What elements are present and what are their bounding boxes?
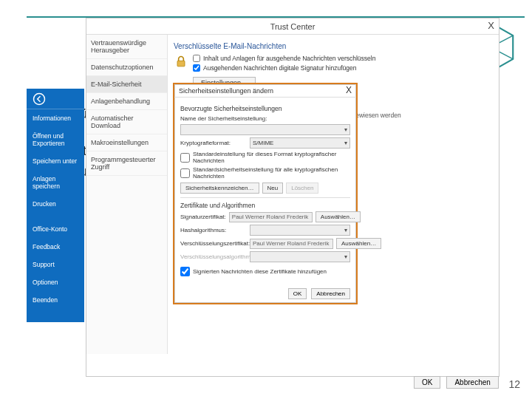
bs-item-exit[interactable]: Beenden <box>27 291 84 309</box>
chk-default-format[interactable]: Standardeinstellung für dieses Format kr… <box>180 151 350 164</box>
chk-encrypt-outgoing[interactable]: Inhalt und Anlagen für ausgehende Nachri… <box>193 55 375 62</box>
ss-name-select[interactable]: ▾ <box>180 124 350 135</box>
security-settings-title: Sicherheitseinstellungen ändern <box>179 87 273 95</box>
chk-sign-outgoing-label: Ausgehenden Nachrichten digitale Signatu… <box>203 64 356 72</box>
bs-item-open-export[interactable]: Öffnen und Exportieren <box>27 127 84 152</box>
tc-nav-email-security[interactable]: E-Mail-Sicherheit <box>86 76 167 93</box>
ss-enccert-label: Verschlüsselungszertifikat: <box>180 240 247 247</box>
security-settings-titlebar: Sicherheitseinstellungen ändern X <box>174 84 356 98</box>
chevron-down-icon: ▾ <box>344 140 347 146</box>
chk-sign-outgoing[interactable]: Ausgehenden Nachrichten digitale Signatu… <box>193 64 375 72</box>
bs-item-account[interactable]: Office-Konto <box>27 220 84 238</box>
svg-rect-5 <box>177 61 185 66</box>
page-number: 12 <box>508 378 520 390</box>
btn-delete: Löschen <box>286 183 318 194</box>
tc-nav-attachments[interactable]: Anlagenbehandlung <box>86 93 167 110</box>
chk-encrypt-outgoing-label: Inhalt und Anlagen für ausgehende Nachri… <box>203 55 375 62</box>
ss-hash-select[interactable]: ▾ <box>250 225 350 236</box>
chevron-down-icon: ▾ <box>344 126 347 133</box>
tc-nav-privacy[interactable]: Datenschutzoptionen <box>86 59 167 76</box>
bs-item-support[interactable]: Support <box>27 256 84 273</box>
close-icon[interactable]: X <box>346 85 352 95</box>
ss-sigcert-value <box>229 212 313 222</box>
bs-item-feedback[interactable]: Feedback <box>27 238 84 256</box>
tc-ok-button[interactable]: OK <box>414 376 440 389</box>
ss-sigcert-label: Signaturzertifikat: <box>180 214 226 220</box>
chk-send-certs-label: Signierten Nachrichten diese Zertifikate… <box>193 268 327 275</box>
btn-choose-enccert[interactable]: Auswählen… <box>336 238 381 249</box>
bs-item-print[interactable]: Drucken <box>27 195 84 213</box>
ss-cancel-button[interactable]: Abbrechen <box>311 288 350 299</box>
tc-nav-trusted-publishers[interactable]: Vertrauenswürdige Herausgeber <box>86 35 167 59</box>
bs-item-save-attachments[interactable]: Anlagen speichern <box>27 170 84 195</box>
ss-encalg-select: ▾ <box>250 251 350 262</box>
trust-center-titlebar: Trust Center X <box>86 18 499 35</box>
chevron-down-icon: ▾ <box>344 253 347 260</box>
bs-item-info[interactable]: Informationen <box>27 109 84 127</box>
tc-nav-auto-download[interactable]: Automatischer Download <box>86 110 167 134</box>
ss-cert-header: Zertifikate und Algorithmen <box>180 202 350 209</box>
tc-cancel-button[interactable]: Abbrechen <box>446 376 498 389</box>
bs-item-save-as[interactable]: Speichern unter <box>27 152 84 170</box>
chk-default-all[interactable]: Standardsicherheitseinstellung für alle … <box>180 166 350 180</box>
ss-crypto-select[interactable]: S/MIME ▾ <box>250 137 350 149</box>
tc-nav-programmatic[interactable]: Programmgesteuerter Zugriff <box>86 151 167 176</box>
ss-name-label: Name der Sicherheitseinstellung: <box>180 115 350 122</box>
security-settings-dialog: Sicherheitseinstellungen ändern X Bevorz… <box>173 83 358 304</box>
lock-icon <box>174 55 188 69</box>
close-icon[interactable]: X <box>488 20 494 31</box>
chk-default-all-label: Standardsicherheitseinstellung für alle … <box>193 166 350 180</box>
ss-hash-label: Hashalgorithmus: <box>180 227 247 233</box>
svg-point-8 <box>34 93 45 104</box>
tc-section-encrypted-email: Verschlüsselte E-Mail-Nachrichten <box>174 42 493 50</box>
trust-center-left-nav: Vertrauenswürdige Herausgeber Datenschut… <box>86 35 168 354</box>
trust-center-title: Trust Center <box>270 22 316 31</box>
btn-new[interactable]: Neu <box>262 183 284 194</box>
btn-choose-sigcert[interactable]: Auswählen… <box>316 211 361 222</box>
ss-encalg-label: Verschlüsselungsalgorithmus: <box>180 253 247 260</box>
back-arrow-icon <box>33 92 46 106</box>
chevron-down-icon: ▾ <box>344 227 347 233</box>
backstage-back-button[interactable] <box>27 89 84 109</box>
bs-item-options[interactable]: Optionen <box>27 273 84 291</box>
outlook-backstage-sidebar: Informationen Öffnen und Exportieren Spe… <box>27 89 84 322</box>
btn-security-labels[interactable]: Sicherheitskennzeichen… <box>180 183 259 194</box>
ss-ok-button[interactable]: OK <box>288 288 307 299</box>
ss-pref-header: Bevorzugte Sicherheitseinstellungen <box>180 105 350 112</box>
tc-nav-macro[interactable]: Makroeinstellungen <box>86 134 167 151</box>
chk-send-certs[interactable]: Signierten Nachrichten diese Zertifikate… <box>180 267 350 276</box>
ss-crypto-value: S/MIME <box>253 140 273 146</box>
chk-default-format-label: Standardeinstellung für dieses Format kr… <box>193 151 350 164</box>
trust-center-footer: OK Abbrechen <box>414 373 499 389</box>
ss-enccert-value <box>250 239 333 249</box>
ss-crypto-label: Kryptografieformat: <box>180 140 247 146</box>
